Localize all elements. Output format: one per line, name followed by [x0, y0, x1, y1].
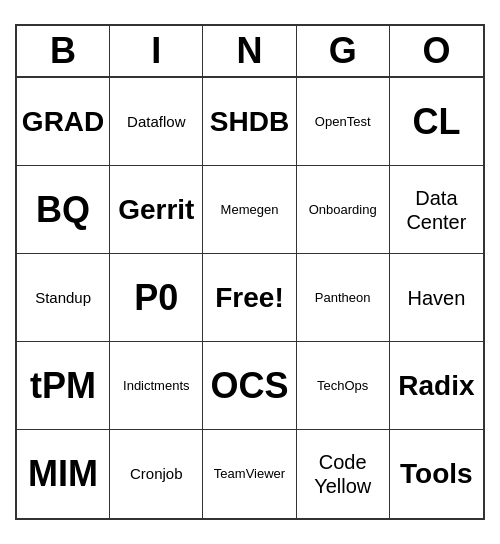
- bingo-header: BINGO: [17, 26, 483, 78]
- cell-text-r2-c0: Standup: [35, 289, 91, 307]
- cell-r4-c0: MIM: [17, 430, 110, 518]
- cell-text-r4-c4: Tools: [400, 457, 473, 491]
- cell-r3-c3: TechOps: [297, 342, 390, 430]
- cell-text-r0-c0: GRAD: [22, 105, 104, 139]
- cell-text-r2-c4: Haven: [407, 286, 465, 310]
- bingo-grid: GRADDataflowSHDBOpenTestCLBQGerritMemege…: [17, 78, 483, 518]
- cell-r4-c4: Tools: [390, 430, 483, 518]
- cell-text-r3-c3: TechOps: [317, 378, 368, 394]
- cell-text-r0-c1: Dataflow: [127, 113, 185, 131]
- cell-r0-c1: Dataflow: [110, 78, 203, 166]
- cell-text-r0-c3: OpenTest: [315, 114, 371, 130]
- cell-text-r2-c3: Pantheon: [315, 290, 371, 306]
- cell-r1-c3: Onboarding: [297, 166, 390, 254]
- cell-text-r0-c2: SHDB: [210, 105, 289, 139]
- cell-r1-c1: Gerrit: [110, 166, 203, 254]
- cell-text-r4-c3: Code Yellow: [301, 450, 385, 498]
- cell-text-r1-c0: BQ: [36, 188, 90, 231]
- cell-r1-c0: BQ: [17, 166, 110, 254]
- cell-text-r4-c2: TeamViewer: [214, 466, 285, 482]
- cell-text-r1-c4: Data Center: [394, 186, 479, 234]
- cell-r3-c4: Radix: [390, 342, 483, 430]
- cell-r4-c2: TeamViewer: [203, 430, 296, 518]
- cell-text-r4-c0: MIM: [28, 452, 98, 495]
- cell-r3-c2: OCS: [203, 342, 296, 430]
- cell-text-r1-c2: Memegen: [221, 202, 279, 218]
- cell-text-r3-c2: OCS: [210, 364, 288, 407]
- header-letter-B: B: [17, 26, 110, 76]
- cell-text-r2-c2: Free!: [215, 281, 283, 315]
- header-letter-N: N: [203, 26, 296, 76]
- cell-text-r1-c1: Gerrit: [118, 193, 194, 227]
- header-letter-G: G: [297, 26, 390, 76]
- cell-text-r2-c1: P0: [134, 276, 178, 319]
- cell-r2-c3: Pantheon: [297, 254, 390, 342]
- cell-text-r4-c1: Cronjob: [130, 465, 183, 483]
- bingo-card: BINGO GRADDataflowSHDBOpenTestCLBQGerrit…: [15, 24, 485, 520]
- cell-r2-c2: Free!: [203, 254, 296, 342]
- cell-text-r3-c4: Radix: [398, 369, 474, 403]
- cell-r2-c4: Haven: [390, 254, 483, 342]
- cell-text-r0-c4: CL: [412, 100, 460, 143]
- cell-r2-c0: Standup: [17, 254, 110, 342]
- cell-r2-c1: P0: [110, 254, 203, 342]
- cell-r1-c2: Memegen: [203, 166, 296, 254]
- cell-r3-c0: tPM: [17, 342, 110, 430]
- header-letter-O: O: [390, 26, 483, 76]
- cell-r4-c3: Code Yellow: [297, 430, 390, 518]
- cell-r4-c1: Cronjob: [110, 430, 203, 518]
- cell-text-r1-c3: Onboarding: [309, 202, 377, 218]
- cell-r0-c2: SHDB: [203, 78, 296, 166]
- cell-r0-c0: GRAD: [17, 78, 110, 166]
- cell-r0-c4: CL: [390, 78, 483, 166]
- cell-r0-c3: OpenTest: [297, 78, 390, 166]
- header-letter-I: I: [110, 26, 203, 76]
- cell-r3-c1: Indictments: [110, 342, 203, 430]
- cell-text-r3-c0: tPM: [30, 364, 96, 407]
- cell-r1-c4: Data Center: [390, 166, 483, 254]
- cell-text-r3-c1: Indictments: [123, 378, 189, 394]
